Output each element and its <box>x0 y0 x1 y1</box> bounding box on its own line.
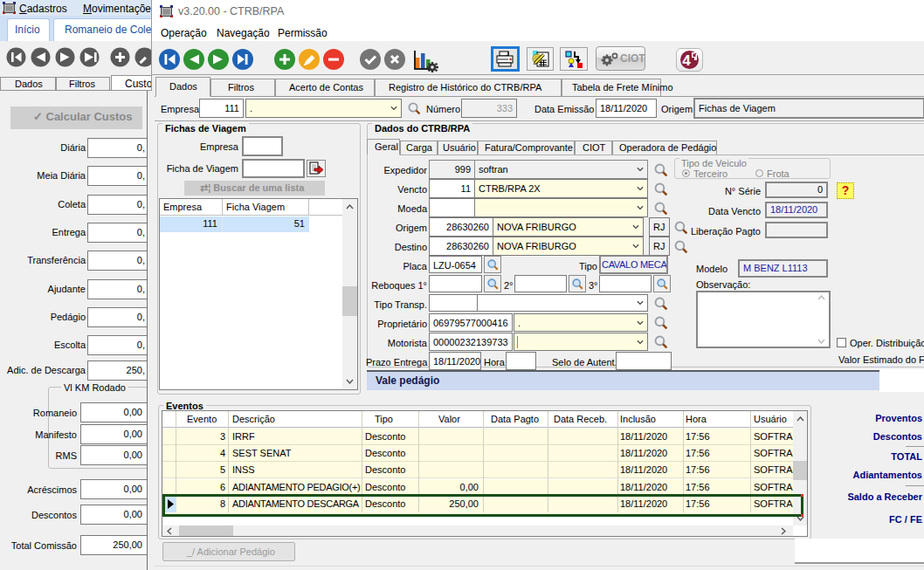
svg-text:4: 4 <box>682 52 691 69</box>
